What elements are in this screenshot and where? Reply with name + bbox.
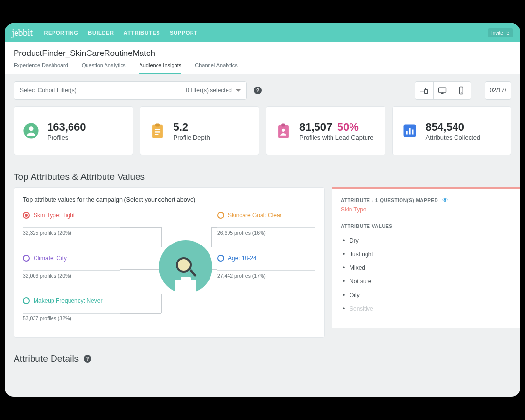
- attribute-details-title: Attribute Details: [14, 353, 79, 364]
- nav-support[interactable]: SUPPORT: [170, 30, 197, 35]
- id-badge-icon: [275, 122, 292, 139]
- tab-question-analytics[interactable]: Question Analytics: [82, 62, 126, 74]
- cohort-filter-count: 0 filter(s) selected: [186, 87, 232, 94]
- radio-icon: [23, 255, 30, 262]
- section-top-attributes: Top Attributes & Attribute Values: [5, 162, 520, 187]
- nav-reporting[interactable]: REPORTING: [44, 30, 79, 35]
- metric-cards: 163,660 Profiles 5.2 Profile Depth 81,50…: [5, 106, 520, 162]
- svg-point-6: [461, 92, 462, 93]
- svg-rect-1: [425, 89, 428, 93]
- cohort-filter-placeholder: Select Cohort Filter(s): [20, 87, 77, 94]
- attr-values-header: ATTRIBUTE VALUES: [341, 224, 511, 229]
- date-range-picker[interactable]: 02/17/: [485, 81, 511, 100]
- tab-audience-insights[interactable]: Audience Insights: [139, 62, 181, 74]
- top-attributes-panel: Top attribute values for the campaign (S…: [14, 187, 325, 338]
- svg-point-8: [29, 126, 33, 131]
- attr-value-item[interactable]: Sensitive: [341, 302, 511, 315]
- attr-label: Makeup Frequency: Never: [34, 298, 102, 304]
- device-desktop-button[interactable]: [434, 82, 452, 99]
- attr-diagram: Skin Type: Tight 32,325 profiles (20%) S…: [23, 212, 315, 329]
- attr-value-item[interactable]: Mixed: [341, 261, 511, 275]
- profile-icon: [23, 122, 39, 139]
- profiles-label: Profiles: [47, 134, 86, 141]
- card-profile-depth: 5.2 Profile Depth: [140, 106, 260, 155]
- eye-icon[interactable]: 👁: [442, 197, 448, 204]
- attr-sub: 53,037 profiles (32%): [23, 313, 120, 321]
- svg-rect-2: [439, 88, 446, 92]
- radio-icon: [23, 212, 30, 219]
- card-lead-capture: 81,507 50% Profiles with Lead Capture: [266, 106, 385, 155]
- mobile-icon: [456, 86, 466, 95]
- svg-rect-11: [154, 129, 160, 130]
- device-mobile-button[interactable]: [452, 82, 471, 99]
- attr-values-list: Dry Just right Mixed Not sure Oily Sensi…: [341, 234, 511, 315]
- nav-attributes[interactable]: ATTRIBUTES: [123, 30, 160, 35]
- card-profiles: 163,660 Profiles: [14, 106, 133, 155]
- radio-icon: [23, 298, 30, 304]
- device-toggle: [415, 81, 471, 100]
- attr-option-makeup-frequency[interactable]: Makeup Frequency: Never 53,037 profiles …: [23, 298, 120, 321]
- nav-builder[interactable]: BUILDER: [88, 30, 114, 35]
- tab-channel-analytics[interactable]: Channel Analytics: [195, 62, 237, 74]
- filter-row: Select Cohort Filter(s) 0 filter(s) sele…: [5, 74, 520, 106]
- attr-label: Skincare Goal: Clear: [228, 212, 282, 219]
- depth-label: Profile Depth: [174, 134, 210, 141]
- profiles-value: 163,660: [47, 121, 86, 134]
- svg-rect-12: [154, 131, 160, 132]
- svg-rect-10: [155, 123, 160, 126]
- invite-team-button[interactable]: Invite Te: [488, 28, 513, 37]
- svg-rect-20: [412, 130, 413, 135]
- attr-label: Skin Type: Tight: [34, 212, 75, 219]
- radio-icon: [217, 255, 224, 262]
- svg-rect-15: [281, 123, 285, 126]
- attr-mapped-header: ATTRIBUTE - 1 QUESTION(S) MAPPED: [341, 198, 438, 203]
- svg-point-16: [282, 129, 285, 132]
- chevron-down-icon: [236, 89, 241, 92]
- app-window: jebbit REPORTING BUILDER ATTRIBUTES SUPP…: [5, 23, 520, 397]
- attr-option-skin-type[interactable]: Skin Type: Tight 32,325 profiles (20%): [23, 212, 120, 236]
- clipboard-icon: [149, 122, 166, 139]
- attr-value-item[interactable]: Just right: [341, 247, 511, 261]
- subtabs: Experience Dashboard Question Analytics …: [14, 62, 511, 74]
- top-nav: jebbit REPORTING BUILDER ATTRIBUTES SUPP…: [5, 23, 520, 42]
- attr-label: Age: 18-24: [228, 255, 257, 262]
- help-icon[interactable]: ?: [254, 87, 262, 94]
- attr-name: Skin Type: [341, 206, 511, 213]
- attr-sub: 26,695 profiles (16%): [217, 228, 315, 236]
- section-attribute-details: Attribute Details ?: [5, 338, 520, 369]
- desktop-icon: [438, 86, 447, 95]
- top-attributes-row: Top attribute values for the campaign (S…: [5, 187, 520, 338]
- attrs-value: 854,540: [426, 121, 481, 134]
- magnifying-glass-icon: [175, 256, 196, 278]
- cohort-filter-select[interactable]: Select Cohort Filter(s) 0 filter(s) sele…: [14, 81, 247, 100]
- help-icon[interactable]: ?: [84, 355, 91, 363]
- tab-experience-dashboard[interactable]: Experience Dashboard: [14, 62, 68, 74]
- attr-sub: 27,442 profiles (17%): [217, 270, 315, 279]
- bar-chart-icon: [402, 122, 418, 139]
- attr-label: Climate: City: [34, 255, 67, 262]
- brand-logo[interactable]: jebbit: [12, 27, 33, 38]
- attr-value-item[interactable]: Dry: [341, 234, 511, 247]
- attr-option-age[interactable]: Age: 18-24 27,442 profiles (17%): [217, 255, 315, 279]
- title-bar: ProductFinder_SkinCareRoutineMatch Exper…: [5, 42, 520, 74]
- device-all-button[interactable]: [415, 82, 434, 99]
- lead-value: 81,507: [299, 121, 332, 133]
- page-title: ProductFinder_SkinCareRoutineMatch: [14, 49, 511, 58]
- lead-label: Profiles with Lead Capture: [299, 134, 373, 141]
- attr-value-item[interactable]: Oily: [341, 288, 511, 302]
- attr-option-climate[interactable]: Climate: City 32,006 profiles (20%): [23, 255, 120, 279]
- attr-value-item[interactable]: Not sure: [341, 275, 511, 288]
- lead-pct: 50%: [337, 121, 359, 133]
- svg-rect-13: [154, 134, 158, 135]
- devices-icon: [419, 86, 429, 95]
- radio-icon: [217, 212, 224, 219]
- top-attributes-subtitle: Top attribute values for the campaign (S…: [23, 196, 315, 203]
- attr-sub: 32,006 profiles (20%): [23, 270, 120, 279]
- magnify-graphic: [159, 240, 212, 294]
- attr-option-skincare-goal[interactable]: Skincare Goal: Clear 26,695 profiles (16…: [217, 212, 315, 236]
- attrs-label: Attributes Collected: [426, 134, 481, 141]
- svg-rect-19: [409, 128, 410, 135]
- depth-value: 5.2: [174, 121, 210, 134]
- attribute-detail-sidebar: ATTRIBUTE - 1 QUESTION(S) MAPPED 👁 Skin …: [332, 187, 520, 328]
- svg-rect-18: [406, 131, 407, 135]
